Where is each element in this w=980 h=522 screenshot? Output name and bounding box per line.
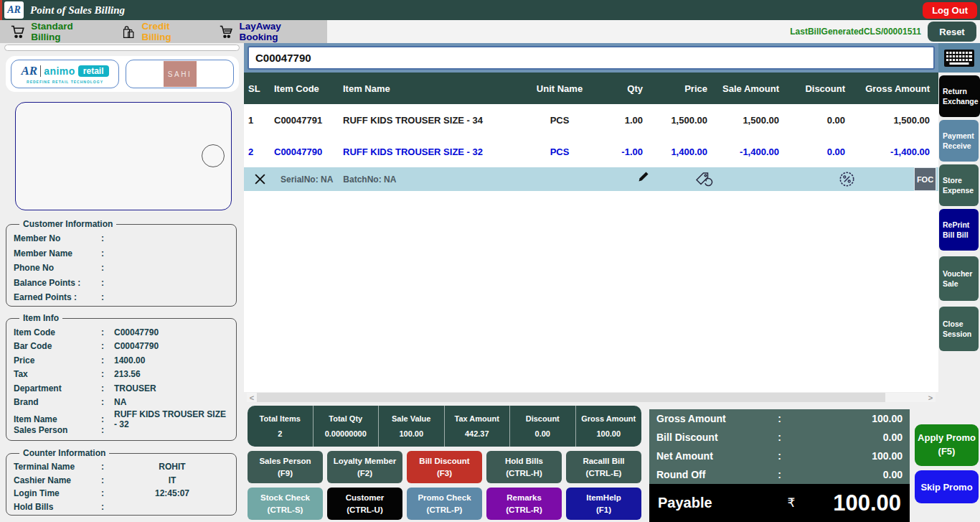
info-label: Earned Points : (14, 292, 101, 302)
info-label: Member Name (14, 248, 101, 258)
button-label: Remarks (507, 492, 542, 503)
table-row-selected[interactable]: 2 C00047790 RUFF KIDS TROUSER SIZE - 32 … (244, 136, 938, 167)
loyalty-member-button[interactable]: Loyalty Member(F2) (327, 451, 402, 483)
close-session-button[interactable]: Close Session (939, 307, 979, 351)
recall-bill-button[interactable]: Racalll Bill(CTRL-E) (566, 451, 641, 483)
scroll-left-arrow[interactable]: < (247, 393, 257, 402)
info-row: Balance Points :: (14, 276, 230, 291)
reprint-bill-button[interactable]: RePrint Bill Bill (939, 209, 979, 251)
col-header-sl: SL (244, 83, 270, 94)
summary-value: 2 (278, 429, 282, 438)
info-label: Cashier Name (14, 475, 101, 485)
info-row: Member Name: (14, 246, 230, 261)
animo-tagline: REDEFINE RETAIL TECHNOLOGY (27, 80, 103, 84)
summary-label: Tax Amount (455, 414, 499, 423)
barcode-input[interactable] (248, 46, 935, 70)
return-exchange-button[interactable]: Return Exchange (939, 75, 980, 117)
summary-cell: Sale Value100.00 (379, 406, 445, 447)
remove-row-icon[interactable] (254, 173, 266, 185)
cell-gross-amount: 1,500.00 (854, 115, 938, 126)
horizontal-scrollbar[interactable]: < > (247, 393, 936, 402)
foc-button[interactable]: FOC (914, 167, 936, 191)
info-label: Tax (14, 369, 101, 379)
table-row[interactable]: 1 C00047791 RUFF KIDS TROUSER SIZE - 34 … (244, 104, 938, 136)
payment-receive-button[interactable]: Payment Receive (939, 120, 979, 162)
tab-standard-billing[interactable]: Standard Billing (0, 20, 110, 43)
item-help-button[interactable]: ItemHelp(F1) (566, 488, 641, 520)
promo-check-button[interactable]: Promo Check(CTRL-P) (407, 488, 482, 520)
button-hotkey: (F3) (437, 467, 452, 479)
button-label: Loyalty Member (334, 455, 397, 467)
col-header-gross-amount: Gross Amount (854, 83, 938, 94)
colon: : (769, 432, 791, 443)
col-header-price: Price (651, 83, 716, 94)
left-sidebar: AR animo retail REDEFINE RETAIL TECHNOLO… (0, 43, 244, 522)
total-value: 100.00 (791, 450, 903, 462)
scrollbar-thumb[interactable] (257, 393, 885, 402)
stock-check-button[interactable]: Stock Check(CTRL-S) (248, 488, 323, 520)
button-label: Hold Bills (505, 455, 543, 467)
colon: : (101, 475, 114, 485)
button-hotkey: (CTRL-H) (506, 467, 542, 479)
button-label: ItemHelp (586, 492, 621, 503)
info-value: 12:45:07 (114, 488, 230, 498)
summary-cell: Gross Amount100.00 (576, 406, 642, 447)
info-value: 1400.00 (114, 355, 230, 365)
payable-amount: 100.00 (833, 490, 901, 516)
info-label: Brand (14, 397, 101, 407)
store-expense-button[interactable]: Store Expense (939, 164, 979, 206)
scroll-right-arrow[interactable]: > (925, 393, 936, 402)
price-tag-sync-icon[interactable] (694, 170, 714, 192)
serial-no-label: SerialNo: NA (281, 174, 333, 185)
customer-button[interactable]: Customer(CTRL-U) (327, 488, 402, 520)
logout-button[interactable]: Log Out (923, 2, 977, 19)
tab-strip: Standard Billing Credit Billing LayAway … (0, 20, 327, 43)
info-label: Sales Person (14, 425, 101, 435)
cell-item-name: RUFF KIDS TROUSER SIZE - 34 (341, 115, 524, 126)
button-label: Bill Discount (419, 455, 469, 467)
cell-price: 1,500.00 (651, 115, 716, 126)
button-hotkey: (CTRL-P) (427, 504, 463, 516)
colon: : (101, 263, 114, 273)
counter-information-panel: Counter Information Terminal Name:ROHIT … (6, 448, 237, 516)
info-label: Member No (14, 233, 101, 243)
cell-unit: PCS (524, 146, 595, 157)
sahi-logo-tile: SAHI (126, 60, 234, 88)
button-hotkey: (CTRL-S) (268, 504, 303, 516)
info-label: Login Time (14, 488, 101, 498)
info-value: C00047790 (114, 327, 230, 337)
sales-person-button[interactable]: Sales Person(F9) (248, 451, 323, 483)
cell-price: 1,400.00 (651, 146, 716, 157)
discount-badge-icon[interactable] (838, 170, 856, 191)
virtual-keyboard-button[interactable] (938, 43, 980, 73)
cell-qty: 1.00 (595, 115, 651, 126)
total-row: Round Off:0.00 (649, 465, 910, 484)
cell-sl: 2 (244, 146, 270, 157)
hold-bills-button[interactable]: Hold Bills(CTRL-H) (486, 451, 562, 483)
reset-button[interactable]: Reset (928, 22, 976, 42)
colon: : (101, 327, 114, 337)
info-value: IT (114, 475, 230, 485)
button-label: Voucher Sale (943, 269, 977, 289)
summary-cell: Total Items2 (248, 406, 314, 447)
items-table-body: 1 C00047791 RUFF KIDS TROUSER SIZE - 34 … (244, 104, 938, 392)
batch-no-label: BatchNo: NA (343, 174, 396, 185)
edit-row-icon[interactable] (637, 170, 650, 186)
customer-information-panel: Customer Information Member No: Member N… (6, 219, 237, 307)
tab-credit-billing[interactable]: Credit Billing (110, 20, 208, 43)
panel-legend: Item Info (19, 313, 62, 323)
colon: : (101, 502, 114, 512)
remarks-button[interactable]: Remarks(CTRL-R) (486, 488, 562, 520)
total-row: Gross Amount:100.00 (649, 409, 910, 428)
voucher-sale-button[interactable]: Voucher Sale (939, 256, 979, 301)
button-label: Promo Check (418, 492, 471, 503)
info-row: Department:TROUSER (14, 381, 230, 396)
col-header-qty: Qty (595, 83, 651, 94)
tab-layaway-booking[interactable]: LayAway Booking (208, 20, 327, 43)
bill-discount-button[interactable]: Bill Discount(F3) (407, 451, 482, 483)
info-value: ROHIT (114, 462, 230, 472)
info-value: NA (114, 397, 230, 407)
summary-value: 0.00 (535, 429, 550, 438)
info-label: Hold Bills (14, 502, 101, 512)
colon: : (769, 413, 791, 424)
